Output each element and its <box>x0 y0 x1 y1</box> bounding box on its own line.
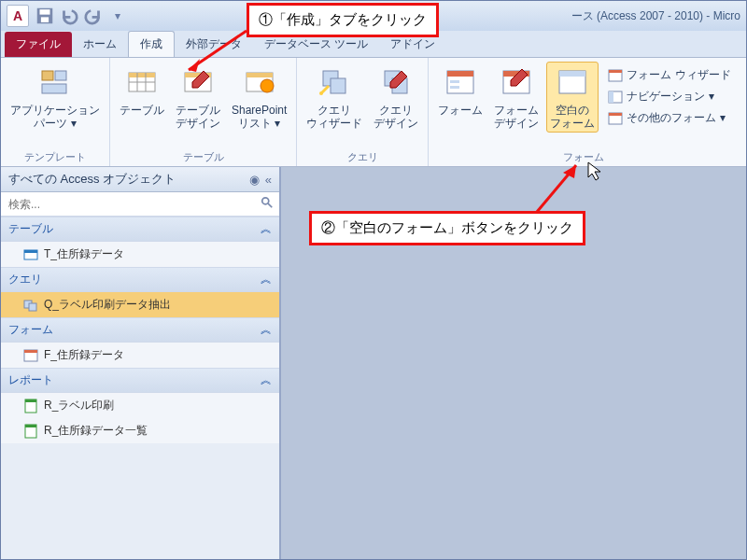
svg-rect-5 <box>42 84 66 93</box>
query-design-icon <box>377 63 415 101</box>
app-parts-button[interactable]: アプリケーション パーツ ▾ <box>7 62 104 133</box>
svg-rect-7 <box>129 73 155 77</box>
search-input[interactable] <box>7 197 261 212</box>
svg-point-15 <box>261 79 274 92</box>
chevron-up-icon: ︽ <box>261 322 272 338</box>
svg-rect-3 <box>42 71 53 80</box>
chevron-up-icon: ︽ <box>261 221 272 237</box>
navpane-dropdown-icon[interactable]: ◉ <box>249 173 260 187</box>
svg-rect-46 <box>25 425 36 427</box>
navigation-pane: すべての Access オブジェクト ◉ « テーブル ︽ T_住所録データ <box>1 167 281 559</box>
form-design-icon <box>498 63 535 101</box>
group-templates-label: テンプレート <box>7 148 104 166</box>
navitem-table-1[interactable]: T_住所録データ <box>1 242 279 267</box>
blank-form-label: 空白の フォーム <box>550 104 595 131</box>
navitem-label: T_住所録データ <box>44 246 124 262</box>
group-queries: クエリ ウィザード クエリ デザイン クエリ <box>297 58 429 166</box>
navitem-report-2[interactable]: R_住所録データ一覧 <box>1 418 279 443</box>
other-forms-icon <box>608 111 623 126</box>
form-object-icon <box>23 348 38 363</box>
app-parts-icon <box>36 63 74 101</box>
svg-rect-44 <box>25 399 36 402</box>
navgroup-forms[interactable]: フォーム ︽ <box>1 317 279 343</box>
form-icon <box>442 63 479 101</box>
navigation-link[interactable]: ナビゲーション ▾ <box>606 87 733 106</box>
redo-icon[interactable] <box>83 6 104 26</box>
access-window: A ▾ ース (Access 2007 - 2010) - Micro ファイル… <box>0 0 747 560</box>
form-design-label: フォーム デザイン <box>494 104 539 131</box>
svg-rect-24 <box>450 86 459 89</box>
navgroup-tables-label: テーブル <box>8 221 53 237</box>
tab-home[interactable]: ホーム <box>72 32 128 57</box>
svg-rect-32 <box>609 91 613 103</box>
navgroup-reports-label: レポート <box>8 372 53 388</box>
app-parts-label: アプリケーション パーツ ▾ <box>10 104 100 131</box>
svg-rect-1 <box>40 9 50 15</box>
chevron-up-icon: ︽ <box>261 372 272 388</box>
svg-rect-38 <box>24 250 37 253</box>
svg-marker-48 <box>189 59 200 72</box>
navgroup-forms-label: フォーム <box>8 322 53 338</box>
svg-rect-2 <box>41 17 49 22</box>
svg-rect-28 <box>559 71 585 77</box>
tab-file[interactable]: ファイル <box>5 32 72 57</box>
navitem-query-1[interactable]: Q_ラベル印刷データ抽出 <box>1 292 279 317</box>
qat-more-icon[interactable]: ▾ <box>107 6 128 26</box>
search-icon[interactable] <box>261 196 274 212</box>
form-wizard-link[interactable]: フォーム ウィザード <box>606 65 733 85</box>
table-icon <box>123 63 161 101</box>
group-templates: アプリケーション パーツ ▾ テンプレート <box>1 58 110 166</box>
annotation-step1: ①「作成」タブをクリック <box>247 3 439 37</box>
svg-rect-42 <box>24 350 37 353</box>
svg-rect-14 <box>247 73 273 77</box>
report-object-icon <box>23 399 38 413</box>
svg-rect-22 <box>447 71 473 77</box>
navigation-label: ナビゲーション ▾ <box>627 89 713 105</box>
navitem-label: F_住所録データ <box>44 347 124 363</box>
table-button[interactable]: テーブル <box>116 62 168 119</box>
navpane-collapse-icon[interactable]: « <box>265 173 272 187</box>
annotation-step2: ②「空白のフォーム」ボタンをクリック <box>309 211 585 245</box>
navitem-form-1[interactable]: F_住所録データ <box>1 343 279 368</box>
svg-rect-4 <box>55 71 66 80</box>
query-wizard-button[interactable]: クエリ ウィザード <box>303 62 366 133</box>
navitem-label: Q_ラベル印刷データ抽出 <box>44 297 171 313</box>
blank-form-button[interactable]: 空白の フォーム <box>546 62 599 133</box>
group-queries-label: クエリ <box>303 148 422 166</box>
form-button[interactable]: フォーム <box>434 62 486 119</box>
svg-point-35 <box>262 198 269 204</box>
window-title: ース (Access 2007 - 2010) - Micro <box>571 8 740 24</box>
svg-line-36 <box>268 203 272 207</box>
query-design-button[interactable]: クエリ デザイン <box>370 62 422 133</box>
other-forms-label: その他のフォーム ▾ <box>627 110 725 126</box>
arrow-step2 <box>533 160 589 216</box>
navgroup-queries-label: クエリ <box>8 272 42 287</box>
tab-create[interactable]: 作成 <box>128 31 175 57</box>
navgroup-reports[interactable]: レポート ︽ <box>1 368 279 393</box>
blank-form-icon <box>554 63 591 101</box>
form-wizard-label: フォーム ウィザード <box>627 67 730 83</box>
navitem-label: R_住所録データ一覧 <box>44 423 148 439</box>
navitem-report-1[interactable]: R_ラベル印刷 <box>1 393 279 418</box>
svg-rect-23 <box>450 80 459 83</box>
form-design-button[interactable]: フォーム デザイン <box>490 62 543 133</box>
undo-icon[interactable] <box>59 6 79 26</box>
report-object-icon <box>23 424 38 439</box>
table-label: テーブル <box>120 104 164 117</box>
navigation-icon <box>608 90 623 105</box>
table-design-label: テーブル デザイン <box>176 104 220 131</box>
query-design-label: クエリ デザイン <box>374 104 418 131</box>
navgroup-queries[interactable]: クエリ ︽ <box>1 267 279 292</box>
quick-access-toolbar[interactable]: ▾ <box>35 6 128 26</box>
navgroup-tables[interactable]: テーブル ︽ <box>1 217 279 242</box>
navpane-header[interactable]: すべての Access オブジェクト ◉ « <box>1 167 279 192</box>
chevron-up-icon: ︽ <box>261 272 272 287</box>
save-icon[interactable] <box>35 6 55 26</box>
navpane-search[interactable] <box>1 192 279 217</box>
svg-rect-40 <box>29 303 36 311</box>
other-forms-link[interactable]: その他のフォーム ▾ <box>606 108 733 128</box>
svg-marker-51 <box>588 162 600 180</box>
svg-rect-17 <box>331 78 345 93</box>
query-wizard-label: クエリ ウィザード <box>306 104 362 131</box>
form-label: フォーム <box>438 104 483 117</box>
